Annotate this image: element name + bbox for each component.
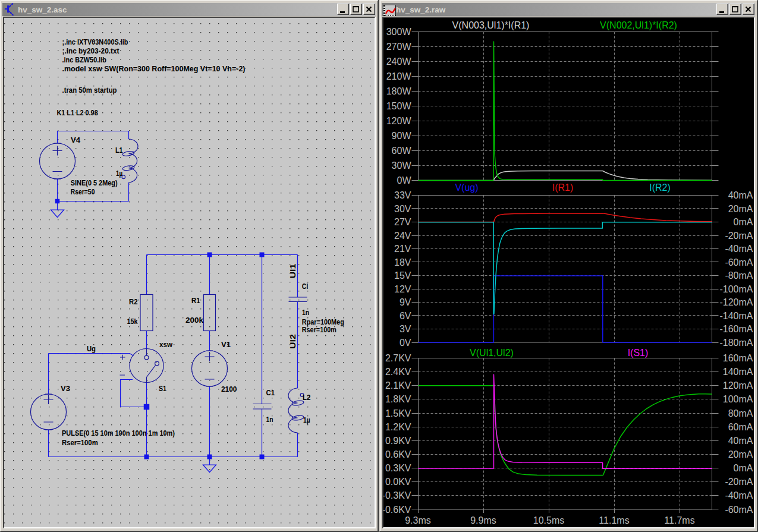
svg-text:-20mA: -20mA [725,231,753,241]
svg-text:I(S1): I(S1) [628,348,649,358]
svg-text:;.inc by203-20.txt: ;.inc by203-20.txt [62,47,119,55]
svg-text:R1: R1 [191,297,200,305]
svg-text:K1 L1 L2 0.98: K1 L1 L2 0.98 [56,109,98,117]
svg-text:20mA: 20mA [728,449,753,459]
svg-text:-120mA: -120mA [719,297,753,307]
svg-text:Ul1: Ul1 [289,263,297,278]
svg-text:.model xsw SW(Ron=300 Roff=100: .model xsw SW(Ron=300 Roff=100Meg Vt=10 … [62,65,246,73]
svg-text:15V: 15V [394,270,411,281]
svg-text:1µ: 1µ [116,169,122,178]
svg-text:3V: 3V [400,324,411,334]
svg-text:SINE(0 5 2Meg): SINE(0 5 2Meg) [71,179,118,187]
svg-text:Rser=100m: Rser=100m [62,439,98,447]
svg-text:V1: V1 [221,341,231,349]
svg-text:0.9KV: 0.9KV [385,436,411,446]
svg-text:-100mA: -100mA [719,284,753,294]
svg-text:Rser=50: Rser=50 [71,188,95,196]
svg-text:9.9ms: 9.9ms [470,515,496,525]
svg-text:12V: 12V [394,284,411,294]
svg-text:120mA: 120mA [723,380,753,391]
svg-text:-40mA: -40mA [725,490,753,500]
svg-text:0.6KV: 0.6KV [385,449,411,459]
svg-text:V4: V4 [71,136,80,144]
svg-text:33V: 33V [394,190,411,200]
svg-text:1.5KV: 1.5KV [385,408,411,418]
svg-text:40mA: 40mA [728,190,753,200]
svg-text:300W: 300W [386,27,412,37]
svg-text:10.5ms: 10.5ms [533,515,564,525]
svg-text:1n: 1n [302,309,309,317]
svg-text:210W: 210W [386,71,412,81]
svg-text:L1: L1 [115,146,123,155]
svg-text:-40mA: -40mA [725,244,753,254]
svg-text:0mA: 0mA [734,463,753,473]
svg-text:2.7KV: 2.7KV [385,353,411,363]
svg-text:20mA: 20mA [728,204,753,214]
svg-text:140mA: 140mA [723,367,753,377]
svg-text:160mA: 160mA [723,353,753,363]
svg-text:60W: 60W [392,146,412,156]
svg-text:Rser=100m: Rser=100m [302,326,336,334]
svg-text:11.1ms: 11.1ms [599,515,629,525]
svg-text:6V: 6V [400,311,411,321]
svg-text:24V: 24V [394,231,411,241]
svg-text:1n: 1n [266,415,273,424]
svg-text:-140mA: -140mA [719,311,753,321]
svg-text:30W: 30W [392,160,412,171]
svg-text:V(Ul1,Ul2): V(Ul1,Ul2) [470,348,514,358]
svg-text:120W: 120W [386,116,412,126]
svg-text:90W: 90W [392,131,412,141]
svg-text:.inc BZW50.lib: .inc BZW50.lib [62,56,107,64]
svg-text:27V: 27V [394,217,411,227]
svg-text:2.1KV: 2.1KV [385,380,411,391]
svg-text:V(N002,Ul1)*I(R2): V(N002,Ul1)*I(R2) [600,20,677,30]
svg-text:-80mA: -80mA [725,270,753,281]
svg-text:21V: 21V [394,244,411,254]
svg-text:-0.6KV: -0.6KV [383,505,411,515]
svg-text:2100: 2100 [221,385,237,394]
svg-text:R2: R2 [129,298,138,306]
svg-text:-60mA: -60mA [725,505,753,515]
svg-text:0.0KV: 0.0KV [385,477,411,487]
svg-text:I(R2): I(R2) [649,182,671,193]
svg-text:2.4KV: 2.4KV [385,367,411,377]
svg-text:S1: S1 [159,385,166,393]
svg-text:-20mA: -20mA [725,477,753,487]
svg-text:0W: 0W [397,175,412,185]
svg-text:0.3KV: 0.3KV [385,463,411,473]
svg-text:80mA: 80mA [728,408,753,418]
svg-text:V3: V3 [61,385,70,393]
svg-text:C1: C1 [266,389,275,397]
svg-text:11.7ms: 11.7ms [664,515,694,525]
svg-text:15k: 15k [127,317,138,326]
svg-text:-160mA: -160mA [719,324,753,334]
svg-text:9V: 9V [400,297,411,307]
svg-text:9.3ms: 9.3ms [405,515,431,525]
svg-text:Ug: Ug [87,345,96,353]
svg-text:240W: 240W [386,56,412,67]
svg-text:60mA: 60mA [728,422,753,432]
svg-text:-180mA: -180mA [719,338,753,348]
svg-text:Ul2: Ul2 [289,334,297,349]
svg-text:270W: 270W [386,42,412,52]
svg-text:L2: L2 [303,394,311,402]
svg-text:100mA: 100mA [723,394,753,404]
svg-text:V(N003,Ul1)*I(R1): V(N003,Ul1)*I(R1) [452,20,530,30]
svg-text:0V: 0V [400,338,411,348]
svg-text:Rpar=100Meg: Rpar=100Meg [302,318,344,326]
svg-text:180W: 180W [386,86,412,96]
svg-text:150W: 150W [386,101,412,111]
svg-text:I(R1): I(R1) [552,182,574,193]
svg-text:18V: 18V [394,257,411,267]
svg-text:-0.3KV: -0.3KV [383,490,411,500]
svg-text:200k: 200k [185,316,203,325]
svg-text:-60mA: -60mA [725,257,753,267]
svg-text:1µ: 1µ [303,416,310,424]
svg-text:V(ug): V(ug) [455,182,478,193]
svg-text:;.inc IXTV03N400S.lib: ;.inc IXTV03N400S.lib [62,38,128,46]
svg-text:40mA: 40mA [728,436,753,446]
svg-text:PULSE(0 15 10m 100n 100n 1m 10: PULSE(0 15 10m 100n 100n 1m 10m) [62,429,175,437]
svg-text:Cl: Cl [302,282,309,291]
svg-text:0mA: 0mA [734,217,753,227]
svg-text:1.8KV: 1.8KV [385,394,411,404]
